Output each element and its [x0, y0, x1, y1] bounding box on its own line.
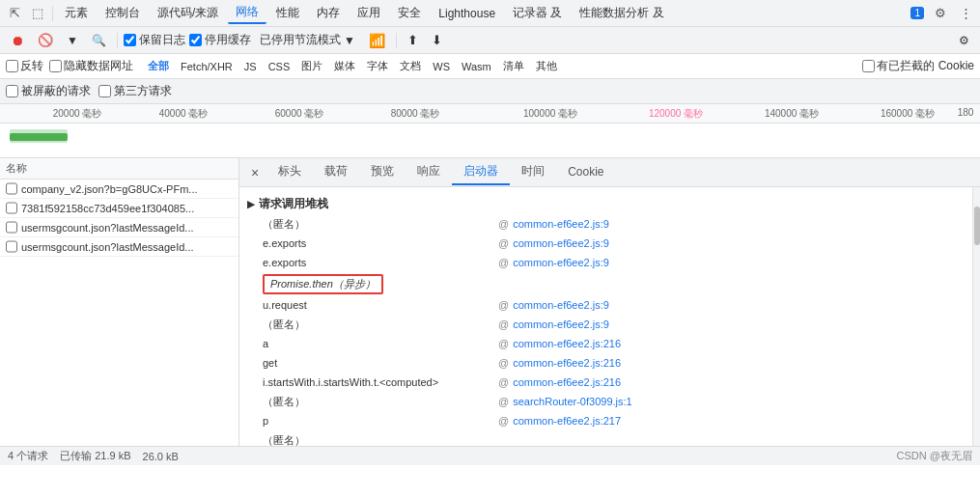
req-check-1[interactable] — [6, 202, 17, 214]
call-at-9: @ — [498, 396, 509, 407]
call-stack-item-6: a @ common-ef6ee2.js:216 — [247, 334, 965, 353]
filter-css-btn[interactable]: CSS — [264, 60, 295, 73]
filter-media-btn[interactable]: 媒体 — [329, 58, 360, 74]
download-btn[interactable]: ⬇ — [427, 31, 447, 49]
upload-btn[interactable]: ⬆ — [403, 31, 423, 49]
call-link-5[interactable]: common-ef6ee2.js:9 — [513, 318, 609, 330]
tab-preview[interactable]: 预览 — [359, 159, 406, 185]
blocked-cookies-checkbox[interactable]: 有已拦截的 Cookie — [862, 58, 974, 74]
right-scrollbar[interactable] — [972, 187, 980, 446]
third-party-checkbox[interactable]: 第三方请求 — [98, 83, 172, 99]
call-at-7: @ — [498, 357, 509, 369]
throttle-arrow: ▼ — [344, 34, 355, 47]
tab-timing[interactable]: 时间 — [510, 159, 556, 185]
preserve-log-input[interactable] — [124, 34, 136, 46]
menu-performance[interactable]: 性能 — [268, 3, 307, 23]
request-list[interactable]: 名称 company_v2.json?b=gG8UCx-PFm... 7381f… — [0, 158, 239, 446]
call-link-2[interactable]: common-ef6ee2.js:9 — [513, 257, 609, 268]
call-link-6[interactable]: common-ef6ee2.js:216 — [513, 338, 621, 349]
menu-console[interactable]: 控制台 — [98, 3, 148, 23]
disable-cache-input[interactable] — [189, 34, 202, 46]
hide-data-urls-checkbox[interactable]: 隐藏数据网址 — [49, 58, 133, 74]
notification-badge: 1 — [910, 7, 924, 19]
filter-doc-btn[interactable]: 文档 — [395, 58, 426, 74]
filter-all-btn[interactable]: 全部 — [143, 58, 174, 74]
close-tab-btn[interactable]: × — [243, 161, 266, 184]
request-item-3[interactable]: usermsgcount.json?lastMessageId... — [0, 237, 238, 257]
tab-headers[interactable]: 标头 — [266, 159, 313, 185]
filter-wasm-btn[interactable]: Wasm — [457, 60, 496, 73]
disable-cache-checkbox[interactable]: 停用缓存 — [189, 32, 251, 48]
more-icon[interactable]: ⋮ — [955, 3, 976, 24]
filter-btn[interactable]: ▼ — [62, 32, 83, 49]
call-at-0: @ — [498, 218, 509, 230]
filter-manifest-btn[interactable]: 清单 — [498, 58, 529, 74]
timeline-label-0: 20000 毫秒 — [53, 107, 102, 121]
menu-network[interactable]: 网络 — [228, 2, 266, 24]
stop-icon: ⏺ — [11, 33, 24, 48]
detail-panel: × 标头 载荷 预览 响应 启动器 时间 Cookie ▶ 请求调用堆栈 — [239, 158, 980, 446]
menu-security[interactable]: 安全 — [390, 3, 429, 23]
filter-img-btn[interactable]: 图片 — [296, 58, 327, 74]
call-link-10[interactable]: common-ef6ee2.js:217 — [513, 415, 621, 427]
filter-js-btn[interactable]: JS — [239, 60, 262, 73]
req-check-0[interactable] — [6, 182, 17, 195]
call-fn-4: u.request — [263, 299, 494, 311]
throttle-btn[interactable]: 已停用节流模式 ▼ — [255, 30, 360, 50]
menu-elements[interactable]: 元素 — [57, 3, 96, 23]
menu-recorder[interactable]: 记录器 及 — [505, 3, 570, 23]
call-fn-5: （匿名） — [263, 318, 494, 332]
menu-lighthouse[interactable]: Lighthouse — [431, 5, 503, 22]
search-btn[interactable]: 🔍 — [87, 32, 111, 49]
call-link-1[interactable]: common-ef6ee2.js:9 — [513, 237, 609, 249]
timeline-label-2: 60000 毫秒 — [275, 107, 324, 121]
third-party-input[interactable] — [98, 85, 111, 97]
menu-sources[interactable]: 源代码/来源 — [150, 3, 226, 23]
request-item-1[interactable]: 7381f592158cc73d459ee1f304085... — [0, 199, 238, 218]
tab-payload[interactable]: 载荷 — [313, 159, 359, 185]
blocked-requests-input[interactable] — [6, 85, 18, 97]
filter-font-btn[interactable]: 字体 — [362, 58, 393, 74]
menu-perf-insights[interactable]: 性能数据分析 及 — [572, 3, 671, 23]
clear-btn[interactable]: 🚫 — [33, 31, 58, 49]
request-item-2[interactable]: usermsgcount.json?lastMessageId... — [0, 218, 238, 237]
menu-memory[interactable]: 内存 — [309, 3, 348, 23]
call-link-8[interactable]: common-ef6ee2.js:216 — [513, 376, 621, 388]
call-fn-1: e.exports — [263, 237, 494, 249]
record-stop-btn[interactable]: ⏺ — [6, 31, 29, 50]
reverse-checkbox[interactable]: 反转 — [6, 58, 43, 74]
blocked-requests-checkbox[interactable]: 被屏蔽的请求 — [6, 83, 91, 99]
preserve-log-checkbox[interactable]: 保留日志 — [124, 32, 185, 48]
wifi-icon[interactable]: 📶 — [364, 31, 390, 50]
search-icon: 🔍 — [92, 34, 106, 47]
timeline-label-8: 180 — [958, 107, 974, 118]
network-settings-btn[interactable]: ⚙ — [954, 32, 974, 49]
request-item-0[interactable]: company_v2.json?b=gG8UCx-PFm... — [0, 180, 238, 199]
menu-icons: 1 ⚙ ⋮ — [910, 3, 976, 24]
call-link-0[interactable]: common-ef6ee2.js:9 — [513, 218, 609, 230]
call-fn-9: （匿名） — [263, 395, 494, 409]
menu-application[interactable]: 应用 — [350, 3, 388, 23]
section-header-callstack[interactable]: ▶ 请求调用堆栈 — [247, 193, 965, 214]
tab-initiator[interactable]: 启动器 — [452, 159, 510, 185]
inspect-icon[interactable]: ⬚ — [27, 3, 48, 24]
cursor-icon[interactable]: ⇱ — [4, 3, 25, 24]
settings-icon[interactable]: ⚙ — [930, 3, 951, 24]
status-bar: 4 个请求 已传输 21.9 kB 26.0 kB CSDN @夜无眉 — [0, 446, 980, 465]
filter-other-btn[interactable]: 其他 — [531, 58, 562, 74]
call-link-7[interactable]: common-ef6ee2.js:216 — [513, 357, 621, 369]
req-check-3[interactable] — [6, 240, 17, 253]
tab-response[interactable]: 响应 — [406, 159, 452, 185]
filter-bar: 反转 隐藏数据网址 全部 Fetch/XHR JS CSS 图片 媒体 字体 文… — [0, 54, 980, 79]
call-link-4[interactable]: common-ef6ee2.js:9 — [513, 299, 609, 311]
hide-data-urls-input[interactable] — [49, 60, 62, 72]
filter-ws-btn[interactable]: WS — [428, 60, 455, 73]
req-check-2[interactable] — [6, 221, 17, 234]
detail-content[interactable]: ▶ 请求调用堆栈 （匿名） @ common-ef6ee2.js:9 e.exp… — [239, 187, 972, 446]
request-count: 4 个请求 — [8, 449, 48, 463]
call-link-9[interactable]: searchRouter-0f3099.js:1 — [513, 396, 632, 407]
reverse-input[interactable] — [6, 60, 18, 72]
blocked-cookies-input[interactable] — [862, 60, 875, 72]
tab-cookie[interactable]: Cookie — [556, 161, 615, 184]
filter-fetch-btn[interactable]: Fetch/XHR — [176, 60, 238, 73]
